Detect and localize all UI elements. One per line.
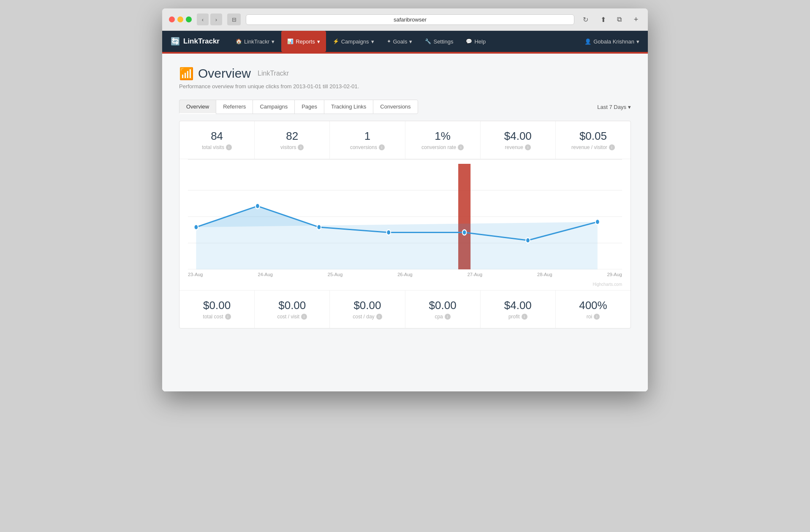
stat-label-cost-per-day: cost / day i: [334, 314, 400, 320]
nav-item-settings[interactable]: 🔧 Settings: [419, 31, 459, 52]
info-icon-total-cost[interactable]: i: [225, 314, 231, 320]
bottom-stats-row: $0.00 total cost i $0.00 cost / visit i: [179, 290, 631, 328]
traffic-lights: [169, 16, 192, 22]
stat-label-conversion-rate: conversion rate i: [410, 144, 476, 150]
stat-profit: $4.00 profit i: [481, 290, 556, 328]
back-button[interactable]: ‹: [197, 14, 209, 25]
nav-item-campaigns[interactable]: ⚡ Campaigns ▾: [327, 31, 380, 52]
stat-label-revenue: revenue i: [485, 144, 551, 150]
url-bar[interactable]: safaribrowser: [246, 14, 574, 25]
fullscreen-button[interactable]: [186, 16, 192, 22]
stat-value-profit: $4.00: [485, 299, 551, 312]
x-label-2: 25-Aug: [328, 272, 342, 277]
share-button[interactable]: ⬆: [596, 14, 610, 25]
tab-overview[interactable]: Overview: [179, 100, 216, 114]
stat-visitors: 82 visitors i: [255, 121, 330, 159]
nav-label-goals: Goals: [393, 38, 408, 45]
tab-conversions[interactable]: Conversions: [373, 100, 418, 114]
browser-titlebar: ‹ › ⊟ safaribrowser ↻ ⬆ ⧉ +: [162, 8, 648, 31]
user-menu[interactable]: 👤 Gobala Krishnan ▾: [584, 38, 639, 45]
x-label-6: 29-Aug: [607, 272, 622, 277]
add-tab-button[interactable]: +: [631, 14, 641, 25]
tabs-list: Overview Referrers Campaigns Pages Track…: [179, 100, 418, 114]
url-text: safaribrowser: [394, 16, 427, 23]
info-icon-visitors[interactable]: i: [298, 144, 304, 150]
stat-value-visitors: 82: [259, 130, 325, 143]
stat-cost-per-visit: $0.00 cost / visit i: [255, 290, 330, 328]
stat-label-profit: profit i: [485, 314, 551, 320]
browser-window: ‹ › ⊟ safaribrowser ↻ ⬆ ⧉ + 🔄 LinkTrackr: [162, 8, 648, 391]
dropdown-icon-campaigns: ▾: [371, 38, 374, 45]
info-icon-profit[interactable]: i: [522, 314, 527, 320]
top-stats-row: 84 total visits i 82 visitors i: [179, 121, 631, 159]
x-label-3: 26-Aug: [397, 272, 412, 277]
nav-label-help: Help: [474, 38, 486, 45]
nav-item-reports[interactable]: 📊 Reports ▾: [281, 31, 326, 52]
user-dropdown-icon: ▾: [636, 38, 639, 45]
info-icon-conversion-rate[interactable]: i: [458, 144, 464, 150]
stat-value-roi: 400%: [560, 299, 626, 312]
stat-value-total-visits: 84: [184, 130, 250, 143]
nav-item-goals[interactable]: ✦ Goals ▾: [381, 31, 419, 52]
chart-credit: Highcharts.com: [179, 282, 631, 290]
nav-label-linktrackr: LinkTrackr: [244, 38, 269, 45]
info-icon-revenue-per-visitor[interactable]: i: [609, 144, 615, 150]
stat-cost-per-day: $0.00 cost / day i: [330, 290, 405, 328]
stat-value-conversion-rate: 1%: [410, 130, 476, 143]
info-icon-roi[interactable]: i: [594, 314, 600, 320]
chart-x-labels: 23-Aug 24-Aug 25-Aug 26-Aug 27-Aug 28-Au…: [179, 269, 631, 282]
stat-value-cost-per-visit: $0.00: [259, 299, 325, 312]
page-title: Overview: [198, 66, 251, 81]
info-icon-total-visits[interactable]: i: [226, 144, 232, 150]
stat-label-conversions: conversions i: [334, 144, 400, 150]
chart-area: [179, 160, 631, 269]
svg-point-5: [194, 225, 198, 230]
nav-item-linktrackr[interactable]: 🏠 LinkTrackr ▾: [230, 31, 280, 52]
tab-tracking-links[interactable]: Tracking Links: [324, 100, 373, 114]
stat-roi: 400% roi i: [556, 290, 631, 328]
stat-value-cost-per-day: $0.00: [334, 299, 400, 312]
settings-icon: 🔧: [425, 38, 431, 44]
campaigns-icon: ⚡: [333, 38, 339, 44]
app-container: 🔄 LinkTrackr 🏠 LinkTrackr ▾ 📊 Reports ▾: [162, 31, 648, 391]
overview-chart-icon: 📶: [179, 67, 194, 81]
stat-value-cpa: $0.00: [410, 299, 476, 312]
forward-button[interactable]: ›: [210, 14, 222, 25]
svg-point-7: [317, 225, 321, 230]
minimize-button[interactable]: [177, 16, 183, 22]
line-chart: [188, 164, 622, 269]
nav-item-help[interactable]: 💬 Help: [460, 31, 492, 52]
stat-label-total-cost: total cost i: [184, 314, 250, 320]
logo[interactable]: 🔄 LinkTrackr: [171, 37, 220, 46]
stat-label-roi: roi i: [560, 314, 626, 320]
nav-menu: 🏠 LinkTrackr ▾ 📊 Reports ▾ ⚡ Campaigns ▾: [230, 31, 492, 52]
info-icon-conversions[interactable]: i: [379, 144, 385, 150]
browser-nav: ‹ ›: [197, 14, 222, 25]
info-icon-cpa[interactable]: i: [445, 314, 451, 320]
info-icon-cost-per-visit[interactable]: i: [301, 314, 307, 320]
svg-point-10: [526, 238, 530, 243]
user-name: Gobala Krishnan: [593, 38, 634, 45]
stat-label-cost-per-visit: cost / visit i: [259, 314, 325, 320]
info-icon-revenue[interactable]: i: [525, 144, 531, 150]
stat-value-revenue: $4.00: [485, 130, 551, 143]
new-tab-button[interactable]: ⧉: [612, 14, 626, 25]
x-label-5: 28-Aug: [537, 272, 552, 277]
tab-campaigns[interactable]: Campaigns: [253, 100, 294, 114]
tab-referrers[interactable]: Referrers: [216, 100, 253, 114]
page-header: 📶 Overview LinkTrackr: [179, 66, 631, 81]
stat-label-cpa: cpa i: [410, 314, 476, 320]
sidebar-toggle-button[interactable]: ⊟: [227, 14, 241, 25]
tab-pages[interactable]: Pages: [294, 100, 324, 114]
main-content: 📶 Overview LinkTrackr Performance overvi…: [162, 54, 648, 391]
user-icon: 👤: [584, 38, 591, 45]
date-filter[interactable]: Last 7 Days ▾: [597, 104, 631, 110]
x-label-4: 27-Aug: [468, 272, 482, 277]
date-filter-label: Last 7 Days: [597, 104, 626, 110]
date-filter-dropdown-icon: ▾: [628, 104, 631, 110]
info-icon-cost-per-day[interactable]: i: [376, 314, 382, 320]
close-button[interactable]: [169, 16, 175, 22]
stat-label-revenue-per-visitor: revenue / visitor i: [560, 144, 626, 150]
stat-value-total-cost: $0.00: [184, 299, 250, 312]
reload-button[interactable]: ↻: [579, 14, 591, 25]
